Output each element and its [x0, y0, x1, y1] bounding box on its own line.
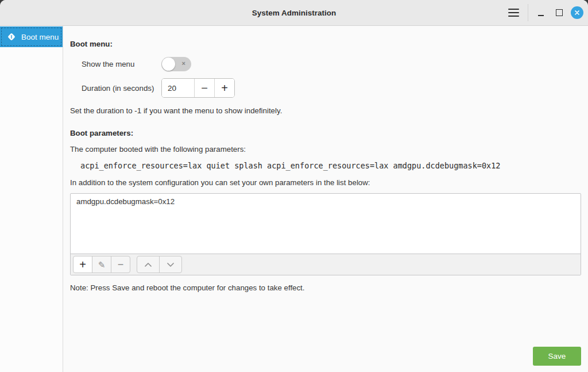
boot-menu-heading: Boot menu:: [70, 40, 581, 48]
duration-input[interactable]: [162, 79, 194, 97]
titlebar-controls: [505, 0, 583, 25]
minimize-icon: [538, 15, 544, 16]
chevron-down-icon: [167, 262, 175, 267]
save-button[interactable]: Save: [533, 347, 581, 366]
sidebar-item-boot-menu[interactable]: Boot menu: [0, 26, 63, 47]
parameters-list[interactable]: amdgpu.dcdebugmask=0x12: [71, 194, 581, 254]
duration-row: Duration (in seconds) − +: [82, 78, 581, 98]
add-icon: +: [79, 259, 86, 270]
edit-button-group: + ✎ −: [73, 256, 130, 273]
maximize-button[interactable]: [552, 5, 567, 20]
main-content: Boot menu: Show the menu × Duration (in …: [63, 26, 588, 372]
save-note: Note: Press Save and reboot the computer…: [70, 283, 581, 292]
remove-icon: −: [118, 259, 124, 270]
edit-icon: ✎: [98, 260, 106, 269]
boot-menu-icon: [6, 32, 17, 42]
minimize-button[interactable]: [533, 5, 548, 20]
remove-parameter-button[interactable]: −: [111, 256, 130, 273]
show-menu-row: Show the menu ×: [82, 56, 581, 71]
system-administration-window: System Administration: [0, 0, 588, 372]
toggle-off-mark: ×: [182, 60, 185, 67]
parameter-list-item[interactable]: amdgpu.dcdebugmask=0x12: [71, 194, 581, 209]
show-menu-toggle[interactable]: ×: [161, 57, 191, 71]
parameters-toolbar: + ✎ −: [71, 254, 581, 275]
close-icon: [574, 10, 580, 16]
boot-parameters-heading: Boot parameters:: [70, 129, 581, 137]
booted-parameters-value: acpi_enforce_resources=lax quiet splash …: [80, 161, 581, 170]
duration-spinbox: − +: [161, 78, 235, 98]
minus-icon: −: [201, 82, 208, 94]
own-parameters-label: In addition to the system configuration …: [70, 178, 581, 187]
hamburger-icon: [508, 9, 519, 10]
duration-decrement-button[interactable]: −: [194, 79, 214, 97]
titlebar-separator: [528, 4, 528, 21]
duration-label: Duration (in seconds): [82, 84, 161, 93]
chevron-up-icon: [144, 262, 152, 267]
edit-parameter-button[interactable]: ✎: [92, 256, 111, 273]
titlebar: System Administration: [0, 0, 588, 26]
window-title: System Administration: [252, 9, 336, 17]
duration-hint: Set the duration to -1 if you want the m…: [70, 106, 581, 115]
close-button[interactable]: [571, 6, 583, 19]
sidebar: Boot menu: [0, 26, 63, 372]
toggle-knob: [162, 57, 175, 71]
move-up-button[interactable]: [137, 256, 160, 273]
duration-increment-button[interactable]: +: [214, 79, 234, 97]
move-down-button[interactable]: [159, 256, 182, 273]
booted-with-label: The computer booted with the following p…: [70, 145, 581, 154]
sidebar-item-label: Boot menu: [21, 33, 59, 41]
parameters-list-frame: amdgpu.dcdebugmask=0x12 + ✎ −: [70, 193, 581, 275]
show-menu-label: Show the menu: [82, 60, 161, 68]
maximize-icon: [556, 9, 563, 16]
hamburger-menu-button[interactable]: [505, 4, 522, 21]
add-parameter-button[interactable]: +: [73, 256, 92, 273]
plus-icon: +: [221, 82, 228, 94]
move-button-group: [137, 256, 182, 273]
